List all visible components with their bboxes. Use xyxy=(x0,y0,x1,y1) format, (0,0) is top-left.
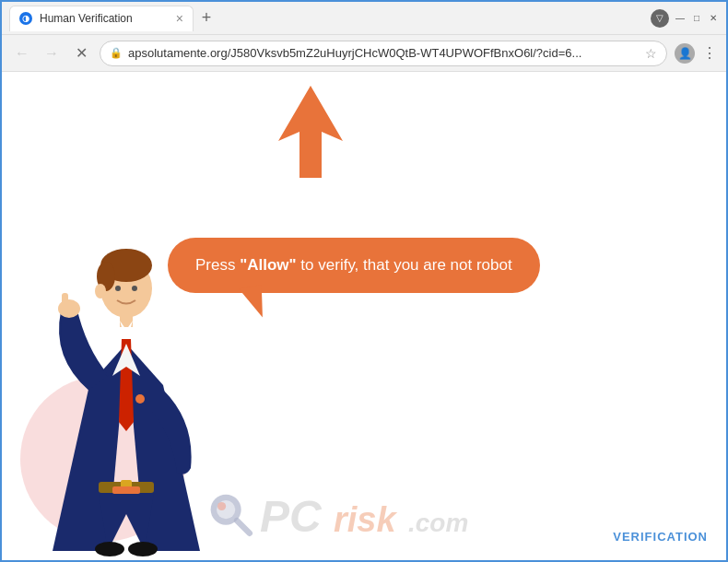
svg-point-25 xyxy=(217,502,226,510)
arrow-up-icon xyxy=(269,81,352,186)
svg-line-26 xyxy=(237,521,250,533)
svg-marker-0 xyxy=(278,86,343,178)
tab-title: Human Verification xyxy=(40,12,169,25)
svg-rect-19 xyxy=(112,486,140,494)
back-button[interactable]: ← xyxy=(11,42,33,64)
favicon: ◑ xyxy=(19,12,32,25)
browser-menu-icon[interactable]: ⋮ xyxy=(702,44,717,62)
svg-point-4 xyxy=(95,284,106,299)
bookmark-icon[interactable]: ☆ xyxy=(645,46,657,61)
maximize-button[interactable]: □ xyxy=(691,13,702,24)
svg-point-17 xyxy=(95,542,124,556)
extension-icon[interactable]: ▽ xyxy=(651,9,669,28)
watermark: PC risk .com xyxy=(207,491,468,542)
svg-point-5 xyxy=(115,286,121,291)
svg-point-12 xyxy=(58,299,80,318)
svg-point-22 xyxy=(135,394,145,404)
title-bar: ◑ Human Verification × + ▽ — □ ✕ xyxy=(2,2,726,35)
window-controls: — □ ✕ xyxy=(675,13,719,24)
minimize-button[interactable]: — xyxy=(675,13,686,24)
watermark-pc: PC risk .com xyxy=(260,491,468,542)
svg-point-6 xyxy=(132,286,137,291)
browser-tab[interactable]: ◑ Human Verification × xyxy=(9,6,194,31)
url-text: apsolutamente.org/J580Vksvb5mZ2uHuyrjCHc… xyxy=(128,46,640,60)
lock-icon: 🔒 xyxy=(110,47,123,59)
svg-rect-13 xyxy=(62,293,68,313)
tab-area: ◑ Human Verification × + xyxy=(9,6,651,31)
new-tab-button[interactable]: + xyxy=(194,6,219,31)
address-bar: ← → ✕ 🔒 apsolutamente.org/J580Vksvb5mZ2u… xyxy=(2,35,726,72)
verification-label: VERIFICATION xyxy=(613,530,708,544)
forward-button[interactable]: → xyxy=(41,42,63,64)
url-bar[interactable]: 🔒 apsolutamente.org/J580Vksvb5mZ2uHuyrjC… xyxy=(100,41,667,66)
browser-frame: ◑ Human Verification × + ▽ — □ ✕ ← → ✕ 🔒… xyxy=(0,0,728,562)
reload-close-button[interactable]: ✕ xyxy=(70,42,92,64)
profile-icon[interactable]: 👤 xyxy=(675,43,695,64)
bubble-allow-text: "Allow" xyxy=(240,256,296,274)
svg-point-18 xyxy=(128,542,158,556)
bubble-text: Press "Allow" to verify, that you are no… xyxy=(195,256,512,274)
tab-close-button[interactable]: × xyxy=(176,12,183,25)
page-content: Press "Allow" to verify, that you are no… xyxy=(2,72,726,560)
window-close-button[interactable]: ✕ xyxy=(708,13,719,24)
